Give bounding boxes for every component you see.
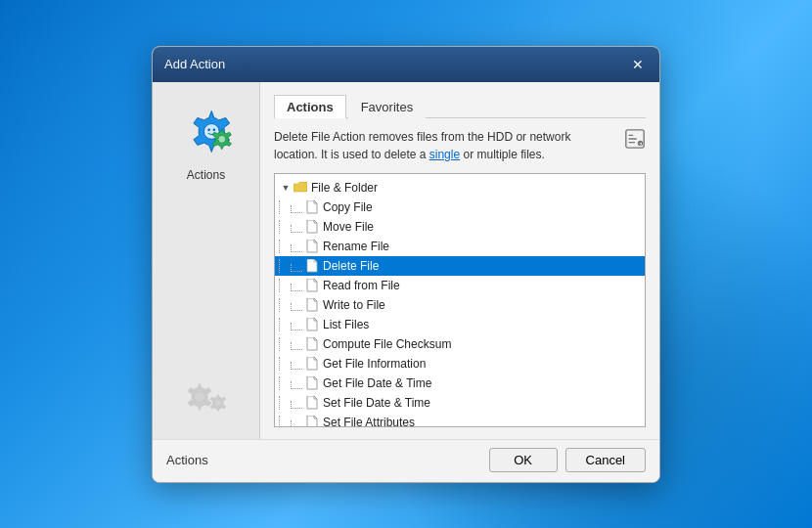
item-label-delete-file: Delete File: [323, 259, 379, 273]
description-link: single: [429, 148, 460, 161]
svg-text:?: ?: [640, 143, 643, 148]
file-icon: [304, 415, 320, 427]
action-tree[interactable]: ▼ File & Folder: [274, 173, 646, 427]
tab-favorites[interactable]: Favorites: [348, 95, 426, 118]
svg-point-4: [194, 391, 204, 402]
footer-actions-label: Actions: [166, 453, 208, 467]
tree-item-move-file[interactable]: Move File: [275, 217, 645, 237]
item-label-write-file: Write to File: [323, 298, 385, 312]
tree-item-set-attributes[interactable]: Set File Attributes: [275, 413, 645, 427]
tree-item-root[interactable]: ▼ File & Folder: [275, 178, 645, 198]
tree-root-label: File & Folder: [311, 181, 378, 195]
file-icon: [304, 336, 320, 352]
item-label-list-files: List Files: [323, 318, 369, 331]
footer-buttons: OK Cancel: [489, 448, 646, 472]
tree-item-get-datetime[interactable]: Get File Date & Time: [275, 374, 645, 393]
right-panel: Actions Favorites Delete File Action rem…: [260, 82, 659, 439]
help-icon[interactable]: ?: [624, 128, 646, 150]
file-icon: [304, 258, 320, 274]
folder-icon: [293, 180, 308, 196]
dialog-overlay: Add Action ✕: [0, 0, 812, 528]
item-label-rename-file: Rename File: [323, 240, 389, 253]
tree-item-write-file[interactable]: Write to File: [275, 295, 645, 315]
svg-point-5: [214, 399, 221, 406]
close-button[interactable]: ✕: [628, 55, 648, 74]
tab-actions[interactable]: Actions: [274, 95, 346, 118]
file-icon: [304, 297, 320, 313]
file-icon: [304, 395, 320, 411]
actions-gear-icon: [172, 102, 241, 160]
title-bar: Add Action ✕: [153, 47, 659, 82]
tree-item-rename-file[interactable]: Rename File: [275, 237, 645, 256]
tree-item-read-file[interactable]: Read from File: [275, 276, 645, 295]
file-icon: [304, 356, 320, 372]
item-label-move-file: Move File: [323, 220, 374, 234]
dialog-title: Add Action: [164, 57, 225, 71]
item-label-read-file: Read from File: [323, 279, 400, 292]
cancel-button[interactable]: Cancel: [565, 448, 646, 472]
file-icon: [304, 317, 320, 332]
decorative-gears-icon: [172, 375, 241, 424]
item-label-checksum: Compute File Checksum: [323, 337, 451, 351]
description-area: Delete File Action removes files from th…: [274, 128, 646, 163]
add-action-dialog: Add Action ✕: [152, 46, 660, 483]
actions-icon-area: Actions: [172, 102, 241, 182]
expander-icon[interactable]: ▼: [279, 181, 293, 195]
description-text: Delete File Action removes files from th…: [274, 128, 616, 163]
file-icon: [304, 219, 320, 235]
svg-point-2: [212, 128, 215, 131]
dialog-body: Actions: [153, 82, 659, 439]
tree-item-set-datetime[interactable]: Set File Date & Time: [275, 393, 645, 413]
left-panel: Actions: [153, 82, 260, 439]
tree-item-delete-file[interactable]: Delete File: [275, 256, 645, 276]
svg-point-1: [207, 128, 210, 131]
file-icon: [304, 278, 320, 293]
item-label-get-datetime: Get File Date & Time: [323, 376, 431, 390]
file-icon: [304, 239, 320, 254]
tree-item-file-info[interactable]: Get File Information: [275, 354, 645, 374]
tree-item-checksum[interactable]: Compute File Checksum: [275, 334, 645, 354]
tab-bar: Actions Favorites: [274, 94, 646, 118]
file-icon: [304, 199, 320, 215]
tree-item-list-files[interactable]: List Files: [275, 315, 645, 334]
item-label-file-info: Get File Information: [323, 357, 426, 371]
file-icon: [304, 375, 320, 391]
item-label-set-attributes: Set File Attributes: [323, 416, 415, 427]
svg-point-3: [217, 135, 225, 143]
dialog-footer: Actions OK Cancel: [153, 439, 659, 482]
tree-item-copy-file[interactable]: Copy File: [275, 198, 645, 217]
ok-button[interactable]: OK: [489, 448, 558, 472]
item-label-copy-file: Copy File: [323, 200, 373, 214]
item-label-set-datetime: Set File Date & Time: [323, 396, 430, 410]
actions-label: Actions: [187, 168, 225, 182]
